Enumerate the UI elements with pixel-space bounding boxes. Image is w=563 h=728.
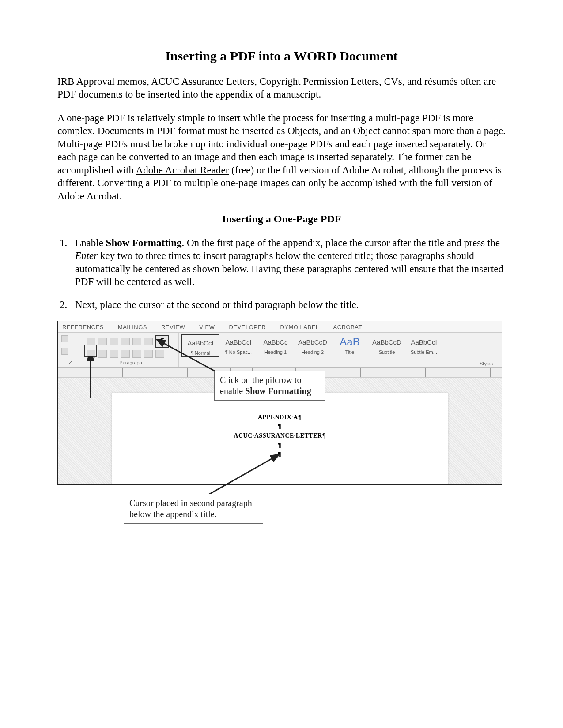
ribbon-body: ⤢ ¶	[58, 332, 502, 368]
ribbon-tab[interactable]: MAILINGS	[118, 324, 147, 330]
format-painter-icon[interactable]	[61, 335, 68, 342]
ribbon-tab[interactable]: DYMO Label	[280, 324, 319, 330]
style-preview: AaBbCcI	[183, 336, 218, 349]
style-preview: AaBbCcD	[295, 335, 330, 349]
align-center-icon[interactable]	[98, 350, 107, 358]
align-left-icon[interactable]	[87, 350, 95, 358]
ribbon-tab[interactable]: DEVELOPER	[229, 324, 266, 330]
text: Show Formatting	[106, 237, 182, 248]
step-2: Next, place the cursor at the second or …	[70, 298, 506, 311]
style-label: Subtle Em...	[407, 349, 441, 355]
text: Enable	[75, 237, 106, 248]
style-tile[interactable]: AaBbCcDHeading 2	[295, 334, 331, 356]
style-tile[interactable]: AaBTitle	[332, 334, 368, 356]
justify-icon[interactable]	[121, 350, 130, 358]
style-preview: AaBbCcI	[221, 335, 256, 349]
multilevel-list-icon[interactable]	[110, 338, 118, 345]
style-label: Heading 1	[258, 349, 293, 355]
doc-pilcrow: ¶	[112, 440, 448, 450]
line-spacing-icon[interactable]	[132, 350, 141, 358]
style-label: Title	[333, 349, 367, 355]
section-heading: Inserting a One-Page PDF	[57, 213, 506, 225]
style-label: ¶ No Spac...	[221, 349, 256, 355]
acrobat-reader-link[interactable]: Adobe Acrobat Reader	[136, 165, 229, 176]
numbering-icon[interactable]	[98, 338, 107, 345]
intro-paragraph-1: IRB Approval memos, ACUC Assurance Lette…	[57, 75, 506, 101]
ribbon-col-left: ⤢	[58, 333, 83, 367]
style-label: ¶ Normal	[183, 350, 218, 356]
text: Show Formatting	[245, 386, 311, 396]
style-tile[interactable]: AaBbCcI¶ Normal	[181, 334, 219, 357]
ribbon-paragraph-group: ¶ Paragraph	[83, 333, 179, 367]
intro-paragraph-2: A one-page PDF is relatively simple to i…	[57, 112, 506, 203]
paragraph-group-label: Paragraph	[87, 360, 175, 365]
text: Enter	[75, 250, 98, 261]
style-tile[interactable]: AaBbCcDSubtitle	[369, 334, 405, 356]
decrease-indent-icon[interactable]	[121, 338, 130, 345]
style-preview: AaBbCcD	[370, 335, 404, 349]
page-title: Inserting a PDF into a WORD Document	[57, 49, 506, 64]
ribbon-tab[interactable]: REFERENCES	[62, 324, 104, 330]
sort-icon[interactable]	[144, 338, 153, 345]
ribbon-tab[interactable]: REVIEW	[161, 324, 185, 330]
steps-list: Enable Show Formatting. On the first pag…	[57, 236, 506, 311]
group-expand-icon[interactable]: ⤢	[61, 360, 79, 365]
callout-cursor: Cursor placed in second paragraph below …	[124, 494, 263, 524]
shading-icon[interactable]	[144, 350, 153, 358]
text: . On the first page of the appendix, pla…	[181, 237, 499, 248]
doc-line-acuc: ACUC·ASSURANCE·LETTER¶	[112, 431, 448, 440]
word-screenshot-figure: REFERENCESMAILINGSREVIEWVIEWDEVELOPERDYM…	[57, 321, 506, 485]
text: key two to three times to insert paragra…	[75, 250, 503, 287]
align-right-icon[interactable]	[110, 350, 118, 358]
style-label: Heading 2	[295, 349, 330, 355]
ribbon-tabs-row: REFERENCESMAILINGSREVIEWVIEWDEVELOPERDYM…	[58, 321, 502, 332]
callout-pilcrow: Click on the pilcrow to enable Show Form…	[214, 371, 325, 401]
style-tile[interactable]: AaBbCcI¶ No Spac...	[220, 334, 257, 356]
doc-pilcrow: ¶	[112, 422, 448, 431]
pilcrow-button[interactable]: ¶	[155, 335, 169, 348]
word-ribbon-screenshot: REFERENCESMAILINGSREVIEWVIEWDEVELOPERDYM…	[57, 321, 502, 485]
style-tile[interactable]: AaBbCcHeading 1	[257, 334, 294, 356]
document-page[interactable]: APPENDIX·A¶ ¶ ACUC·ASSURANCE·LETTER¶ ¶ ¶	[112, 393, 448, 485]
doc-cursor-line: ¶	[112, 450, 448, 459]
style-preview: AaBbCcI	[407, 335, 441, 349]
styles-gallery[interactable]: AaBbCcI¶ NormalAaBbCcI¶ No Spac...AaBbCc…	[179, 333, 502, 367]
borders-icon[interactable]	[155, 350, 164, 358]
font-color-icon[interactable]	[61, 348, 68, 355]
style-preview: AaB	[333, 335, 367, 349]
style-label: Subtitle	[370, 349, 404, 355]
ribbon-tab[interactable]: VIEW	[199, 324, 215, 330]
increase-indent-icon[interactable]	[132, 338, 141, 345]
styles-group-label: Styles	[480, 361, 493, 366]
doc-line-appendix: APPENDIX·A¶	[112, 413, 448, 422]
style-preview: AaBbCc	[258, 335, 293, 349]
bullets-icon[interactable]	[87, 338, 95, 345]
ribbon-tab[interactable]: ACROBAT	[333, 324, 362, 330]
step-1: Enable Show Formatting. On the first pag…	[70, 236, 506, 289]
style-tile[interactable]: AaBbCcISubtle Em...	[406, 334, 442, 356]
